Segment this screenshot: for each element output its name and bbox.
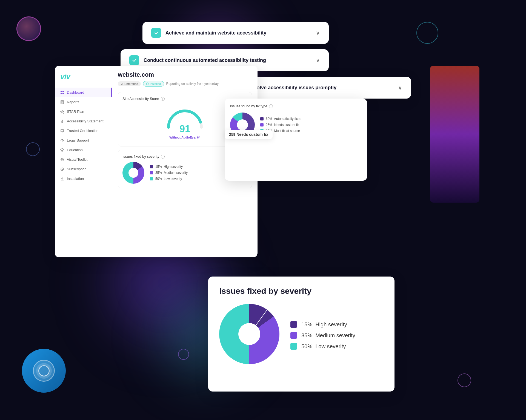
badge-row: Enterprise installed Reporting on activi… [118, 81, 252, 87]
deco-circle-1 [16, 16, 41, 41]
sidebar-label-accessibility: Accessibility Statement [67, 119, 104, 123]
sidebar-item-education[interactable]: Education [55, 145, 112, 155]
svg-rect-4 [62, 93, 64, 94]
severity-legend: 15% High severity 35% Medium severity 50… [150, 165, 188, 181]
svg-rect-2 [62, 91, 64, 92]
large-dot-high [290, 321, 297, 328]
sidebar-label-reports: Reports [67, 100, 79, 104]
legend-low: 50% Low severity [150, 177, 188, 181]
sidebar-label-visual: Visual Toolkit [67, 157, 87, 162]
chevron-icon-1: ∨ [316, 30, 320, 36]
large-severity-title: Issues fixed by severity [219, 286, 384, 296]
legend-custom: 25% Needs custom fix [260, 123, 301, 127]
legend-dot-medium [150, 171, 153, 174]
sidebar-label-dashboard: Dashboard [67, 90, 84, 94]
sidebar-label-legal: Legal Support [67, 138, 89, 142]
legend-high: 15% High severity [150, 165, 188, 169]
deco-circle-3 [26, 142, 40, 156]
avatar-inner [33, 360, 55, 382]
check-icon-2 [129, 55, 139, 65]
accordion-card-1[interactable]: Achieve and maintain website accessibili… [142, 22, 329, 44]
sidebar-label-certification: Trusted Certification [67, 129, 99, 133]
svg-marker-21 [61, 148, 64, 151]
logo-area: viv [55, 72, 112, 88]
sidebar-item-subscription[interactable]: Subscription [55, 164, 112, 174]
certification-icon [60, 129, 64, 133]
education-icon [60, 148, 64, 152]
large-severity-legend: 15% High severity 35% Medium severity 50… [290, 321, 355, 350]
gauge-sub: Without AudioEye: 64 [169, 136, 200, 139]
svg-point-22 [61, 158, 64, 161]
fix-type-card: Issues found by fix type i 60% Automatic… [225, 99, 367, 181]
large-legend-medium: 35% Medium severity [290, 332, 355, 339]
legend-medium: 35% Medium severity [150, 171, 188, 175]
needs-fix-label: Needs custom fix [236, 132, 268, 137]
sidebar: viv Dashboard Reports STAR Plan [55, 66, 112, 257]
needs-fix-count: 259 [229, 132, 235, 137]
sidebar-label-subscription: Subscription [67, 167, 87, 171]
svg-rect-1 [61, 91, 62, 92]
svg-point-10 [62, 120, 63, 120]
photo-decoration [430, 66, 479, 203]
needs-fix-badge: 259 Needs custom fix [225, 130, 273, 139]
large-severity-pie [219, 304, 279, 364]
sidebar-label-star: STAR Plan [67, 110, 84, 114]
svg-rect-3 [61, 93, 62, 94]
sidebar-item-accessibility[interactable]: Accessibility Statement [55, 116, 112, 126]
large-severity-row: 15% High severity 35% Medium severity 50… [219, 304, 384, 364]
svg-point-27 [146, 83, 148, 85]
badge-enterprise: Enterprise [118, 81, 141, 86]
large-dot-medium [290, 332, 297, 339]
severity-info-icon[interactable]: i [161, 155, 165, 159]
fix-type-title: Issues found by fix type i [230, 104, 362, 108]
sidebar-label-install: Installation [67, 177, 84, 181]
install-icon [60, 177, 64, 181]
sidebar-item-install[interactable]: Installation [55, 174, 112, 183]
star-icon [60, 110, 64, 114]
large-dot-low [290, 343, 297, 350]
badge-installed: installed [143, 81, 164, 87]
visual-icon [60, 158, 64, 162]
accordion-title-2: Conduct continuous automated accessibili… [144, 57, 311, 63]
avatar-circle [22, 349, 66, 393]
legend-dot-auto [260, 117, 264, 120]
accordion-title-3: Resolve accessibility issues promptly [248, 85, 394, 91]
sidebar-item-visual[interactable]: Visual Toolkit [55, 155, 112, 164]
sidebar-item-certification[interactable]: Trusted Certification [55, 126, 112, 136]
score-info-icon[interactable]: i [161, 97, 165, 101]
legend-auto: 60% Automatically fixed [260, 117, 301, 121]
accordion-title-1: Achieve and maintain website accessibili… [165, 30, 311, 36]
svg-line-14 [62, 122, 63, 123]
logo: viv [60, 72, 107, 81]
sidebar-item-dashboard[interactable]: Dashboard [55, 88, 112, 97]
reporting-text: Reporting on activity from yesterday [166, 82, 219, 86]
sidebar-item-legal[interactable]: Legal Support [55, 136, 112, 145]
severity-pie-sm [122, 162, 144, 184]
subscription-icon [60, 167, 64, 171]
legend-dot-low [150, 177, 153, 180]
chevron-icon-3: ∨ [398, 84, 402, 91]
large-legend-low: 50% Low severity [290, 343, 355, 350]
legal-icon [60, 139, 64, 142]
sidebar-label-education: Education [67, 148, 83, 152]
chevron-icon-2: ∨ [316, 57, 320, 64]
large-severity-card: Issues fixed by severity 15% High severi… [208, 277, 395, 392]
dashboard-icon [60, 91, 64, 94]
sidebar-item-reports[interactable]: Reports [55, 97, 112, 107]
svg-marker-9 [61, 110, 64, 113]
fix-type-info-icon[interactable]: i [269, 104, 273, 108]
reports-icon [60, 100, 64, 104]
large-legend-high: 15% High severity [290, 321, 355, 328]
legend-dot-custom [260, 123, 264, 126]
main-scene: Achieve and maintain website accessibili… [55, 22, 479, 392]
svg-point-23 [62, 159, 63, 160]
site-title: website.com [118, 71, 252, 78]
check-icon-1 [151, 28, 161, 38]
legend-dot-high [150, 165, 153, 168]
svg-rect-15 [61, 130, 64, 132]
gauge-score: 91 [179, 123, 190, 135]
accessibility-icon [60, 119, 64, 123]
sidebar-item-star[interactable]: STAR Plan [55, 107, 112, 116]
svg-point-24 [61, 168, 64, 171]
